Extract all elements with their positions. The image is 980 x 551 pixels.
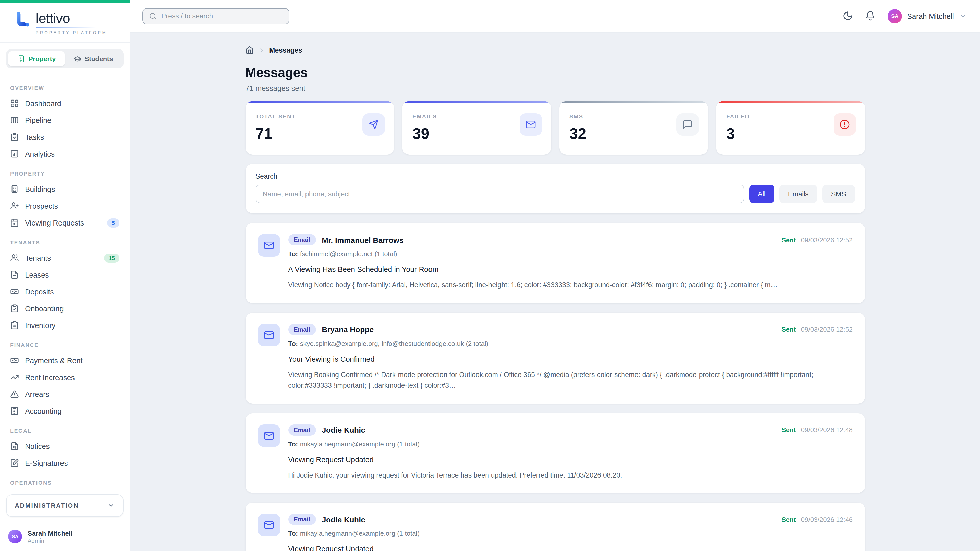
message-card[interactable]: Email Bryana Hoppe Sent 09/03/2026 12:52… — [245, 313, 865, 403]
message-type-badge: Email — [288, 514, 316, 525]
home-icon[interactable] — [245, 46, 253, 54]
bar-chart-icon — [10, 150, 19, 159]
user-name: Sarah Mitchell — [907, 12, 954, 20]
message-recipients: To:mikayla.hegmann@example.org (1 total) — [288, 530, 853, 537]
avatar: SA — [888, 9, 902, 23]
notifications-button[interactable] — [865, 11, 877, 22]
global-search[interactable] — [142, 8, 290, 24]
sidebar-nav: OVERVIEW Dashboard Pipeline Tasks Analyt… — [0, 75, 130, 490]
mail-icon — [258, 234, 280, 257]
administration-collapsible[interactable]: ADMINISTRATION — [6, 494, 124, 517]
filter-emails-button[interactable]: Emails — [779, 185, 817, 203]
sidebar-item-e-signatures[interactable]: E-Signatures — [6, 455, 124, 472]
message-card[interactable]: Email Jodie Kuhic Sent 09/03/2026 12:46 … — [245, 503, 865, 551]
sidebar-user[interactable]: SA Sarah Mitchell Admin — [6, 524, 124, 545]
section-label-finance: FINANCE — [6, 342, 124, 348]
stat-card-emails: EMAILS 39 — [402, 101, 551, 155]
page-subtitle: 71 messages sent — [245, 84, 865, 92]
user-name: Sarah Mitchell — [27, 530, 73, 538]
user-menu[interactable]: SA Sarah Mitchell — [888, 9, 967, 23]
sidebar-item-viewing-requests[interactable]: Viewing Requests5 — [6, 214, 124, 231]
clipboard-list-icon — [10, 321, 19, 330]
main-area: Messages Messages 71 messages sent TOTAL… — [130, 33, 980, 551]
dark-mode-toggle[interactable] — [843, 11, 854, 22]
message-type-badge: Email — [288, 324, 316, 335]
brand-tagline: PROPERTY PLATFORM — [36, 31, 107, 35]
stat-accent — [402, 101, 551, 103]
message-timestamp: 09/03/2026 12:48 — [801, 426, 853, 434]
sidebar-item-accounting[interactable]: Accounting — [6, 403, 124, 420]
message-list: Email Mr. Immanuel Barrows Sent 09/03/20… — [245, 223, 865, 551]
message-sender: Jodie Kuhic — [322, 515, 365, 524]
toggle-property[interactable]: Property — [8, 51, 65, 67]
sidebar-bottom: ADMINISTRATION SA Sarah Mitchell Admin — [0, 490, 130, 551]
status-badge: Sent — [781, 326, 796, 333]
trending-up-icon — [10, 373, 19, 382]
message-preview: Hi Jodie Kuhic, your viewing request for… — [288, 470, 853, 481]
mode-toggle: Property Students — [6, 49, 124, 68]
mail-icon — [258, 514, 280, 537]
breadcrumb-current: Messages — [269, 46, 302, 54]
message-sender: Jodie Kuhic — [322, 426, 365, 434]
bell-icon — [865, 11, 875, 21]
sidebar-item-inventory[interactable]: Inventory — [6, 317, 124, 334]
message-search-input[interactable] — [256, 185, 744, 203]
sidebar-item-arrears[interactable]: Arrears — [6, 386, 124, 403]
sidebar-item-tenants[interactable]: Tenants15 — [6, 250, 124, 267]
message-card[interactable]: Email Jodie Kuhic Sent 09/03/2026 12:48 … — [245, 413, 865, 493]
toggle-students[interactable]: Students — [65, 51, 121, 67]
sidebar-item-notices[interactable]: Notices — [6, 438, 124, 455]
message-timestamp: 09/03/2026 12:46 — [801, 516, 853, 524]
message-card[interactable]: Email Mr. Immanuel Barrows Sent 09/03/20… — [245, 223, 865, 303]
sidebar-item-payments-rent[interactable]: Payments & Rent — [6, 352, 124, 369]
sidebar-item-deposits[interactable]: Deposits — [6, 283, 124, 300]
sidebar-item-leases[interactable]: Leases — [6, 267, 124, 283]
message-preview: Viewing Booking Confirmed /* Dark-mode p… — [288, 369, 853, 391]
filter-sms-button[interactable]: SMS — [822, 185, 855, 203]
stat-cards: TOTAL SENT 71 EMAILS 39 SMS 32 — [245, 101, 865, 155]
sidebar: lettivo PROPERTY PLATFORM Property Stude… — [0, 0, 130, 551]
mail-icon — [519, 113, 542, 136]
message-subject: Viewing Request Updated — [288, 456, 853, 464]
brand-name: lettivo — [36, 11, 107, 26]
message-timestamp: 09/03/2026 12:52 — [801, 236, 853, 244]
calendar-icon — [10, 219, 19, 227]
global-search-input[interactable] — [161, 12, 283, 20]
section-label-legal: LEGAL — [6, 428, 124, 434]
page-title: Messages — [245, 65, 865, 81]
search-icon — [149, 12, 157, 20]
sidebar-item-rent-increases[interactable]: Rent Increases — [6, 369, 124, 386]
message-subject: Viewing Request Updated — [288, 545, 853, 551]
toggle-students-label: Students — [84, 55, 113, 63]
chat-bubble-icon — [676, 113, 699, 136]
chevron-down-icon — [959, 12, 967, 20]
stat-accent — [245, 101, 394, 103]
logo[interactable]: lettivo PROPERTY PLATFORM — [0, 3, 130, 43]
mail-icon — [258, 424, 280, 447]
building-icon — [18, 55, 25, 63]
moon-icon — [843, 11, 853, 21]
viewing-requests-badge: 5 — [107, 218, 119, 227]
section-label-overview: OVERVIEW — [6, 85, 124, 91]
clipboard-check-icon — [10, 304, 19, 313]
stat-card-failed: FAILED 3 — [716, 101, 865, 155]
filter-all-button[interactable]: All — [749, 185, 774, 203]
sidebar-item-buildings[interactable]: Buildings — [6, 181, 124, 198]
message-recipients: To:skye.spinka@example.org, info@thestud… — [288, 340, 853, 347]
message-recipients: To:fschimmel@example.net (1 total) — [288, 250, 853, 258]
sidebar-item-tasks[interactable]: Tasks — [6, 129, 124, 146]
status-badge: Sent — [781, 426, 796, 434]
users-icon — [10, 254, 19, 262]
sidebar-item-pipeline[interactable]: Pipeline — [6, 112, 124, 129]
administration-label: ADMINISTRATION — [15, 502, 79, 509]
chevron-right-icon — [258, 47, 265, 53]
sidebar-item-prospects[interactable]: Prospects — [6, 198, 124, 214]
mail-icon — [258, 324, 280, 346]
sidebar-item-dashboard[interactable]: Dashboard — [6, 95, 124, 112]
sidebar-item-onboarding[interactable]: Onboarding — [6, 300, 124, 317]
columns-icon — [10, 116, 19, 125]
sidebar-item-analytics[interactable]: Analytics — [6, 146, 124, 162]
section-label-property: PROPERTY — [6, 171, 124, 177]
message-recipients: To:mikayla.hegmann@example.org (1 total) — [288, 440, 853, 448]
avatar: SA — [8, 530, 22, 544]
